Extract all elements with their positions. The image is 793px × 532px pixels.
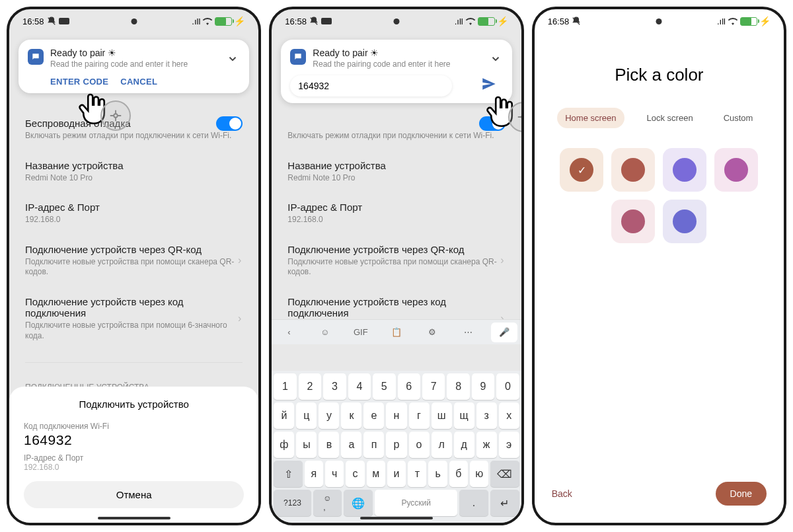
shift-key[interactable]: ⇧ bbox=[274, 461, 302, 487]
key-г[interactable]: г bbox=[409, 402, 430, 429]
cancel-button[interactable]: CANCEL bbox=[120, 77, 157, 87]
key-я[interactable]: я bbox=[305, 461, 323, 487]
enter-code-button[interactable]: ENTER CODE bbox=[50, 77, 108, 87]
home-indicator[interactable] bbox=[360, 517, 433, 519]
key-8[interactable]: 8 bbox=[447, 373, 469, 400]
key-с[interactable]: с bbox=[346, 461, 364, 487]
status-time: 16:58 bbox=[22, 17, 44, 26]
wifi-icon bbox=[728, 17, 738, 25]
bell-off-icon bbox=[572, 17, 581, 26]
key-3[interactable]: 3 bbox=[323, 373, 346, 400]
pairing-notification[interactable]: Ready to pair ☀ Read the pairing code an… bbox=[281, 40, 511, 103]
sheet-cancel-button[interactable]: Отмена bbox=[24, 481, 244, 508]
device-name-row[interactable]: Название устройства Redmi Note 10 Pro bbox=[287, 151, 505, 193]
key-т[interactable]: т bbox=[408, 461, 426, 487]
key-й[interactable]: й bbox=[274, 402, 294, 429]
backspace-key[interactable]: ⌫ bbox=[490, 461, 519, 487]
key-ч[interactable]: ч bbox=[325, 461, 344, 487]
color-swatch-0[interactable]: ✓ bbox=[560, 148, 603, 192]
key-р[interactable]: р bbox=[386, 432, 406, 458]
color-swatch-1[interactable] bbox=[611, 148, 655, 192]
key-у[interactable]: у bbox=[319, 402, 339, 429]
key-ш[interactable]: ш bbox=[432, 402, 452, 429]
key-7[interactable]: 7 bbox=[422, 373, 445, 400]
device-name-row[interactable]: Название устройства Redmi Note 10 Pro bbox=[25, 151, 243, 193]
sticker-icon[interactable]: ☺ bbox=[312, 323, 338, 342]
code-pairing-row[interactable]: Подключение устройств через код подключе… bbox=[25, 287, 243, 350]
key-4[interactable]: 4 bbox=[348, 373, 371, 400]
chevron-down-icon[interactable] bbox=[227, 53, 239, 65]
key-а[interactable]: а bbox=[341, 432, 361, 458]
key-н[interactable]: н bbox=[386, 402, 406, 429]
pairing-notification[interactable]: Ready to pair ☀ Read the pairing code an… bbox=[19, 40, 249, 93]
key-ь[interactable]: ь bbox=[428, 461, 447, 487]
bell-off-icon bbox=[309, 17, 319, 26]
key-о[interactable]: о bbox=[409, 432, 430, 458]
globe-key[interactable]: 🌐 bbox=[344, 490, 373, 516]
key-щ[interactable]: щ bbox=[454, 402, 474, 429]
phone-3: 16:58 .ıll ⚡ Pick a color Home screen Lo… bbox=[532, 7, 786, 525]
symbols-key[interactable]: ?123 bbox=[274, 490, 311, 516]
wireless-debug-row[interactable]: Беспроводная отладка Включать режим отла… bbox=[25, 108, 243, 151]
chevron-down-icon[interactable] bbox=[490, 53, 502, 65]
color-swatch-5[interactable] bbox=[663, 200, 706, 243]
qr-pairing-row[interactable]: Подключение устройств через QR-код Подкл… bbox=[287, 235, 505, 287]
settings-icon[interactable]: ⚙ bbox=[419, 323, 445, 342]
key-5[interactable]: 5 bbox=[373, 373, 395, 400]
key-ц[interactable]: ц bbox=[296, 402, 317, 429]
key-1[interactable]: 1 bbox=[274, 373, 296, 400]
done-button[interactable]: Done bbox=[716, 482, 767, 506]
key-0[interactable]: 0 bbox=[496, 373, 519, 400]
toggle-switch[interactable] bbox=[216, 116, 243, 131]
enter-key[interactable]: ↵ bbox=[490, 490, 519, 516]
key-м[interactable]: м bbox=[367, 461, 385, 487]
key-в[interactable]: в bbox=[319, 432, 339, 458]
key-и[interactable]: и bbox=[387, 461, 406, 487]
key-б[interactable]: б bbox=[449, 461, 468, 487]
code-input[interactable]: 164932 bbox=[290, 75, 451, 96]
color-swatch-3[interactable] bbox=[714, 148, 758, 192]
color-swatch-2[interactable] bbox=[663, 148, 706, 192]
clipboard-icon[interactable]: 📋 bbox=[383, 323, 410, 342]
period-key[interactable]: . bbox=[459, 490, 488, 516]
key-6[interactable]: 6 bbox=[398, 373, 420, 400]
gif-button[interactable]: GIF bbox=[348, 323, 374, 342]
key-х[interactable]: х bbox=[499, 402, 519, 429]
spacebar[interactable]: Русский bbox=[375, 490, 457, 516]
kbd-back-icon[interactable]: ‹ bbox=[276, 323, 302, 342]
ip-port-row[interactable]: IP-адрес & Порт 192.168.0 bbox=[25, 192, 243, 235]
mic-icon[interactable]: 🎤 bbox=[491, 323, 517, 342]
tab-custom[interactable]: Custom bbox=[716, 108, 761, 128]
battery-icon bbox=[478, 17, 495, 26]
key-п[interactable]: п bbox=[363, 432, 384, 458]
tabs: Home screen Lock screen Custom bbox=[549, 108, 769, 128]
key-ы[interactable]: ы bbox=[296, 432, 317, 458]
home-indicator[interactable] bbox=[98, 517, 170, 519]
qr-pairing-row[interactable]: Подключение устройств через QR-код Подкл… bbox=[25, 235, 243, 287]
wifi-icon bbox=[465, 17, 476, 25]
sheet-title: Подключить устройство bbox=[24, 399, 244, 410]
ip-port-row[interactable]: IP-адрес & Порт 192.168.0 bbox=[287, 192, 505, 235]
tab-home-screen[interactable]: Home screen bbox=[557, 108, 624, 128]
key-е[interactable]: е bbox=[363, 402, 384, 429]
key-э[interactable]: э bbox=[499, 432, 519, 458]
wireless-debug-row[interactable]: Беспроводная отладка Включать режим отла… bbox=[287, 108, 505, 151]
key-л[interactable]: л bbox=[432, 432, 452, 458]
keyboard-toolbar: ‹ ☺ GIF 📋 ⚙ ⋯ 🎤 bbox=[272, 319, 521, 344]
key-д[interactable]: д bbox=[454, 432, 474, 458]
key-з[interactable]: з bbox=[476, 402, 497, 429]
key-2[interactable]: 2 bbox=[299, 373, 321, 400]
key-ф[interactable]: ф bbox=[274, 432, 294, 458]
battery-icon bbox=[740, 17, 757, 26]
back-button[interactable]: Back bbox=[552, 488, 572, 499]
toggle-switch[interactable] bbox=[479, 116, 506, 131]
key-ж[interactable]: ж bbox=[476, 432, 497, 458]
send-icon[interactable] bbox=[480, 75, 498, 93]
color-swatch-4[interactable] bbox=[611, 200, 655, 243]
more-icon[interactable]: ⋯ bbox=[455, 323, 481, 342]
key-ю[interactable]: ю bbox=[470, 461, 488, 487]
emoji-key[interactable]: ☺, bbox=[313, 490, 342, 516]
key-9[interactable]: 9 bbox=[472, 373, 494, 400]
tab-lock-screen[interactable]: Lock screen bbox=[639, 108, 701, 128]
key-к[interactable]: к bbox=[341, 402, 361, 429]
